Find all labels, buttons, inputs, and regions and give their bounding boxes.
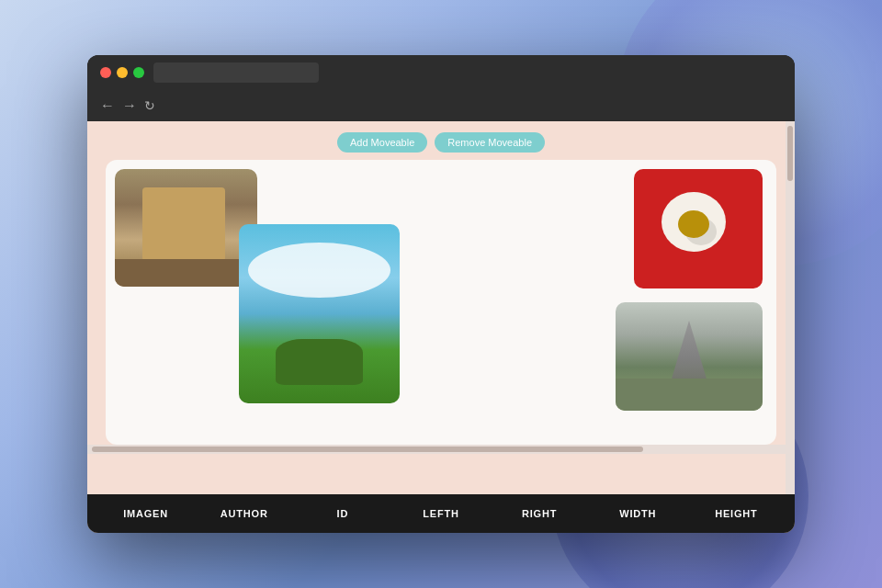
close-button[interactable]	[100, 67, 111, 78]
vertical-scrollbar-thumb[interactable]	[787, 126, 793, 181]
col-imagen: IMAGEN	[96, 508, 195, 519]
browser-nav: ← → ↻	[87, 90, 795, 121]
col-width: WIDTH	[589, 508, 687, 519]
col-lefth: LEFTH	[391, 508, 490, 519]
moveable-canvas[interactable]	[106, 160, 776, 445]
back-button[interactable]: ←	[100, 97, 115, 114]
image-building[interactable]	[115, 169, 257, 287]
remove-moveable-button[interactable]: Remove Moveable	[435, 132, 545, 153]
browser-window: ← → ↻ Add Moveable Remove Moveable	[87, 55, 795, 533]
col-id: ID	[293, 508, 391, 519]
vertical-scrollbar[interactable]	[786, 121, 795, 494]
canvas-area: Add Moveable Remove Moveable	[87, 121, 795, 494]
traffic-lights	[100, 67, 144, 78]
refresh-button[interactable]: ↻	[144, 98, 155, 113]
add-moveable-button[interactable]: Add Moveable	[337, 132, 427, 153]
address-bar[interactable]	[153, 62, 319, 83]
image-coffee[interactable]	[634, 169, 763, 288]
browser-content: Add Moveable Remove Moveable	[87, 121, 795, 533]
maximize-button[interactable]	[133, 67, 144, 78]
forward-button[interactable]: →	[122, 97, 137, 114]
col-author: AUTHOR	[195, 508, 293, 519]
image-sky[interactable]	[239, 224, 400, 403]
toolbar-buttons: Add Moveable Remove Moveable	[87, 121, 795, 160]
data-table: IMAGEN AUTHOR ID LEFTH RIGHT WIDTH HEIGH…	[87, 494, 795, 533]
horizontal-scrollbar-thumb[interactable]	[92, 447, 643, 452]
col-height: HEIGHT	[687, 508, 786, 519]
horizontal-scrollbar[interactable]	[87, 445, 795, 454]
table-header: IMAGEN AUTHOR ID LEFTH RIGHT WIDTH HEIGH…	[87, 508, 795, 519]
browser-titlebar	[87, 55, 795, 90]
minimize-button[interactable]	[117, 67, 128, 78]
col-right: RIGHT	[491, 508, 589, 519]
image-mountains[interactable]	[616, 302, 763, 411]
